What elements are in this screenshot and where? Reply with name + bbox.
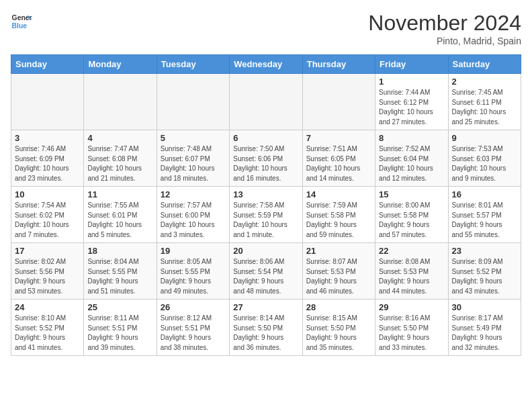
day-number: 12 [161,189,226,199]
table-row: 2Sunrise: 7:45 AM Sunset: 6:11 PM Daylig… [448,74,521,130]
header-row: Sunday Monday Tuesday Wednesday Thursday… [11,55,521,74]
table-row [84,74,157,130]
day-info: Sunrise: 7:46 AM Sunset: 6:09 PM Dayligh… [15,144,80,183]
day-number: 27 [233,302,298,312]
logo-icon: General Blue [11,11,32,32]
table-row [230,74,302,130]
day-info: Sunrise: 8:09 AM Sunset: 5:52 PM Dayligh… [452,257,517,296]
day-info: Sunrise: 8:04 AM Sunset: 5:55 PM Dayligh… [87,257,152,296]
header-thursday: Thursday [302,55,375,74]
header-sunday: Sunday [11,55,84,74]
day-info: Sunrise: 7:47 AM Sunset: 6:08 PM Dayligh… [87,144,152,183]
day-info: Sunrise: 7:51 AM Sunset: 6:05 PM Dayligh… [306,144,371,183]
day-info: Sunrise: 8:06 AM Sunset: 5:54 PM Dayligh… [233,257,298,296]
table-row: 21Sunrise: 8:07 AM Sunset: 5:53 PM Dayli… [302,243,375,300]
calendar-week-row: 17Sunrise: 8:02 AM Sunset: 5:56 PM Dayli… [11,243,521,300]
day-info: Sunrise: 8:11 AM Sunset: 5:51 PM Dayligh… [87,314,152,353]
table-row: 15Sunrise: 8:00 AM Sunset: 5:58 PM Dayli… [375,187,448,243]
table-row [302,74,375,130]
day-info: Sunrise: 8:17 AM Sunset: 5:49 PM Dayligh… [452,314,517,353]
table-row: 29Sunrise: 8:16 AM Sunset: 5:50 PM Dayli… [375,300,448,356]
title-section: November 2024 Pinto, Madrid, Spain [368,11,521,46]
day-info: Sunrise: 7:55 AM Sunset: 6:01 PM Dayligh… [87,201,152,240]
table-row: 8Sunrise: 7:52 AM Sunset: 6:04 PM Daylig… [375,130,448,187]
day-number: 13 [233,189,298,199]
day-number: 30 [452,302,517,312]
table-row: 22Sunrise: 8:08 AM Sunset: 5:53 PM Dayli… [375,243,448,300]
day-number: 4 [87,133,152,143]
day-number: 22 [379,246,444,256]
day-number: 3 [15,133,80,143]
table-row: 24Sunrise: 8:10 AM Sunset: 5:52 PM Dayli… [11,300,84,356]
day-info: Sunrise: 8:10 AM Sunset: 5:52 PM Dayligh… [15,314,80,353]
day-number: 11 [87,189,152,199]
day-info: Sunrise: 8:00 AM Sunset: 5:58 PM Dayligh… [379,201,444,240]
calendar-week-row: 10Sunrise: 7:54 AM Sunset: 6:02 PM Dayli… [11,187,521,243]
table-row: 6Sunrise: 7:50 AM Sunset: 6:06 PM Daylig… [230,130,302,187]
day-number: 6 [233,133,298,143]
day-info: Sunrise: 7:57 AM Sunset: 6:00 PM Dayligh… [161,201,226,240]
header-wednesday: Wednesday [230,55,302,74]
day-info: Sunrise: 8:05 AM Sunset: 5:55 PM Dayligh… [161,257,226,296]
day-info: Sunrise: 8:02 AM Sunset: 5:56 PM Dayligh… [15,257,80,296]
day-number: 21 [306,246,371,256]
calendar-week-row: 1Sunrise: 7:44 AM Sunset: 6:12 PM Daylig… [11,74,521,130]
day-info: Sunrise: 7:53 AM Sunset: 6:03 PM Dayligh… [452,144,517,183]
day-number: 14 [306,189,371,199]
table-row: 30Sunrise: 8:17 AM Sunset: 5:49 PM Dayli… [448,300,521,356]
day-number: 15 [379,189,444,199]
day-info: Sunrise: 7:59 AM Sunset: 5:58 PM Dayligh… [306,201,371,240]
table-row [11,74,84,130]
day-number: 25 [87,302,152,312]
day-number: 19 [161,246,226,256]
day-info: Sunrise: 7:58 AM Sunset: 5:59 PM Dayligh… [233,201,298,240]
table-row: 16Sunrise: 8:01 AM Sunset: 5:57 PM Dayli… [448,187,521,243]
day-info: Sunrise: 8:07 AM Sunset: 5:53 PM Dayligh… [306,257,371,296]
calendar-week-row: 3Sunrise: 7:46 AM Sunset: 6:09 PM Daylig… [11,130,521,187]
header-monday: Monday [84,55,157,74]
table-row: 13Sunrise: 7:58 AM Sunset: 5:59 PM Dayli… [230,187,302,243]
table-row: 4Sunrise: 7:47 AM Sunset: 6:08 PM Daylig… [84,130,157,187]
table-row: 27Sunrise: 8:14 AM Sunset: 5:50 PM Dayli… [230,300,302,356]
location-subtitle: Pinto, Madrid, Spain [368,36,521,46]
table-row: 12Sunrise: 7:57 AM Sunset: 6:00 PM Dayli… [157,187,229,243]
day-number: 5 [161,133,226,143]
table-row: 28Sunrise: 8:15 AM Sunset: 5:50 PM Dayli… [302,300,375,356]
day-info: Sunrise: 7:54 AM Sunset: 6:02 PM Dayligh… [15,201,80,240]
page-header: General Blue November 2024 Pinto, Madrid… [11,11,521,46]
table-row: 26Sunrise: 8:12 AM Sunset: 5:51 PM Dayli… [157,300,229,356]
day-number: 28 [306,302,371,312]
table-row: 14Sunrise: 7:59 AM Sunset: 5:58 PM Dayli… [302,187,375,243]
day-info: Sunrise: 7:44 AM Sunset: 6:12 PM Dayligh… [379,88,444,127]
day-number: 20 [233,246,298,256]
day-info: Sunrise: 8:14 AM Sunset: 5:50 PM Dayligh… [233,314,298,353]
day-number: 16 [452,189,517,199]
day-number: 18 [87,246,152,256]
calendar-week-row: 24Sunrise: 8:10 AM Sunset: 5:52 PM Dayli… [11,300,521,356]
day-info: Sunrise: 8:15 AM Sunset: 5:50 PM Dayligh… [306,314,371,353]
day-number: 29 [379,302,444,312]
table-row: 9Sunrise: 7:53 AM Sunset: 6:03 PM Daylig… [448,130,521,187]
table-row: 10Sunrise: 7:54 AM Sunset: 6:02 PM Dayli… [11,187,84,243]
day-info: Sunrise: 7:45 AM Sunset: 6:11 PM Dayligh… [452,88,517,127]
day-info: Sunrise: 7:52 AM Sunset: 6:04 PM Dayligh… [379,144,444,183]
day-info: Sunrise: 8:08 AM Sunset: 5:53 PM Dayligh… [379,257,444,296]
day-info: Sunrise: 8:16 AM Sunset: 5:50 PM Dayligh… [379,314,444,353]
logo: General Blue [11,11,32,32]
header-friday: Friday [375,55,448,74]
table-row: 18Sunrise: 8:04 AM Sunset: 5:55 PM Dayli… [84,243,157,300]
day-info: Sunrise: 7:48 AM Sunset: 6:07 PM Dayligh… [161,144,226,183]
month-title: November 2024 [368,11,521,36]
day-number: 24 [15,302,80,312]
table-row: 1Sunrise: 7:44 AM Sunset: 6:12 PM Daylig… [375,74,448,130]
table-row [157,74,229,130]
table-row: 19Sunrise: 8:05 AM Sunset: 5:55 PM Dayli… [157,243,229,300]
day-number: 10 [15,189,80,199]
header-saturday: Saturday [448,55,521,74]
svg-text:Blue: Blue [12,22,28,30]
day-info: Sunrise: 7:50 AM Sunset: 6:06 PM Dayligh… [233,144,298,183]
day-info: Sunrise: 8:12 AM Sunset: 5:51 PM Dayligh… [161,314,226,353]
table-row: 11Sunrise: 7:55 AM Sunset: 6:01 PM Dayli… [84,187,157,243]
day-number: 1 [379,77,444,87]
day-number: 9 [452,133,517,143]
